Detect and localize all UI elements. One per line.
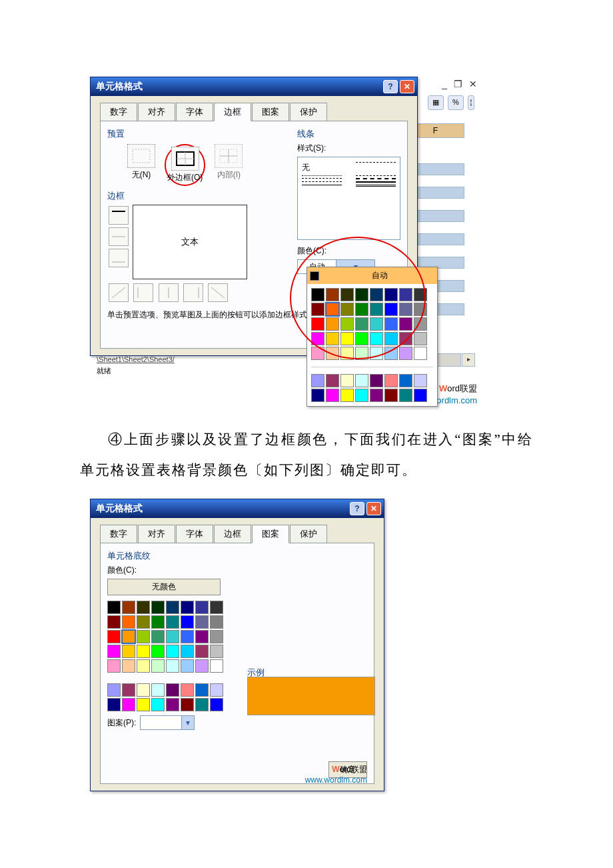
swatch[interactable] <box>414 303 427 316</box>
swatch[interactable] <box>122 683 135 697</box>
swatch[interactable] <box>370 347 383 360</box>
swatch[interactable] <box>370 374 383 387</box>
border-right-button[interactable] <box>183 283 203 302</box>
swatch[interactable] <box>107 645 121 658</box>
no-color-button[interactable]: 无颜色 <box>107 579 221 595</box>
swatch[interactable] <box>355 332 368 345</box>
swatch[interactable] <box>384 347 398 360</box>
swatch[interactable] <box>355 303 368 316</box>
swatch[interactable] <box>107 698 121 711</box>
swatch[interactable] <box>399 332 412 345</box>
swatch[interactable] <box>326 374 339 387</box>
swatch[interactable] <box>151 659 165 673</box>
swatch[interactable] <box>151 645 165 658</box>
swatch[interactable] <box>181 683 194 697</box>
swatch[interactable] <box>151 615 165 629</box>
tab-边框[interactable]: 边框 <box>214 103 251 121</box>
swatch[interactable] <box>181 659 194 673</box>
pattern-dropdown[interactable]: ▾ <box>140 715 195 730</box>
swatch[interactable] <box>181 601 194 614</box>
tab-图案[interactable]: 图案 <box>252 525 289 543</box>
swatch[interactable] <box>340 374 354 387</box>
swatch[interactable] <box>166 683 179 697</box>
swatch[interactable] <box>311 389 324 402</box>
close-button[interactable]: ✕ <box>366 502 381 515</box>
swatch[interactable] <box>399 317 412 331</box>
swatch[interactable] <box>370 332 383 345</box>
line-style-list[interactable]: 无 <box>297 157 400 240</box>
swatch[interactable] <box>370 389 383 402</box>
swatch[interactable] <box>355 389 368 402</box>
swatch[interactable] <box>195 683 209 697</box>
swatch[interactable] <box>384 288 398 301</box>
swatch[interactable] <box>340 332 354 345</box>
swatch[interactable] <box>355 288 368 301</box>
swatch[interactable] <box>166 698 179 711</box>
swatch[interactable] <box>137 659 150 673</box>
swatch[interactable] <box>166 615 179 629</box>
swatch[interactable] <box>107 601 121 614</box>
tab-保护[interactable]: 保护 <box>290 525 327 543</box>
swatch[interactable] <box>210 659 223 673</box>
tab-字体[interactable]: 字体 <box>176 525 213 543</box>
swatch[interactable] <box>151 601 165 614</box>
swatch[interactable] <box>181 645 194 658</box>
swatch[interactable] <box>326 347 339 360</box>
swatch[interactable] <box>340 288 354 301</box>
swatch[interactable] <box>384 374 398 387</box>
tab-字体[interactable]: 字体 <box>176 103 213 121</box>
swatch[interactable] <box>399 389 412 402</box>
swatch[interactable] <box>122 615 135 629</box>
swatch[interactable] <box>399 374 412 387</box>
swatch[interactable] <box>166 601 179 614</box>
swatch[interactable] <box>195 645 209 658</box>
tab-对齐[interactable]: 对齐 <box>138 103 175 121</box>
swatch[interactable] <box>311 374 324 387</box>
border-bottom-button[interactable] <box>109 249 129 267</box>
tab-边框[interactable]: 边框 <box>214 525 251 543</box>
swatch[interactable] <box>166 659 179 673</box>
close-button[interactable]: ✕ <box>400 80 414 93</box>
swatch[interactable] <box>326 288 339 301</box>
swatch[interactable] <box>166 630 179 643</box>
swatch[interactable] <box>210 645 223 658</box>
swatch[interactable] <box>137 601 150 614</box>
swatch[interactable] <box>414 374 427 387</box>
swatch[interactable] <box>384 303 398 316</box>
swatch[interactable] <box>355 347 368 360</box>
swatch[interactable] <box>311 347 324 360</box>
border-diag1-button[interactable] <box>109 283 129 302</box>
tab-数字[interactable]: 数字 <box>100 103 137 121</box>
swatch[interactable] <box>414 288 427 301</box>
preset-inside[interactable]: 内部(I) <box>215 144 243 186</box>
swatch[interactable] <box>399 288 412 301</box>
swatch[interactable] <box>195 659 209 673</box>
swatch[interactable] <box>166 645 179 658</box>
swatch[interactable] <box>137 683 150 697</box>
swatch[interactable] <box>340 347 354 360</box>
swatch[interactable] <box>326 332 339 345</box>
help-button[interactable]: ? <box>350 502 364 515</box>
swatch[interactable] <box>195 698 209 711</box>
swatch[interactable] <box>414 332 427 345</box>
swatch[interactable] <box>122 659 135 673</box>
swatch[interactable] <box>370 303 383 316</box>
tab-数字[interactable]: 数字 <box>100 525 137 543</box>
preset-none[interactable]: 无(N) <box>127 144 155 186</box>
swatch[interactable] <box>107 615 121 629</box>
swatch[interactable] <box>414 347 427 360</box>
swatch[interactable] <box>340 317 354 331</box>
swatch[interactable] <box>107 630 121 643</box>
swatch[interactable] <box>311 332 324 345</box>
swatch[interactable] <box>195 601 209 614</box>
border-mid-v-button[interactable] <box>159 283 179 302</box>
swatch[interactable] <box>414 389 427 402</box>
swatch[interactable] <box>355 374 368 387</box>
tab-图案[interactable]: 图案 <box>252 103 289 121</box>
swatch[interactable] <box>151 630 165 643</box>
help-button[interactable]: ? <box>383 80 398 93</box>
swatch[interactable] <box>326 389 339 402</box>
swatch[interactable] <box>210 630 223 643</box>
swatch[interactable] <box>122 601 135 614</box>
swatch[interactable] <box>311 288 324 301</box>
